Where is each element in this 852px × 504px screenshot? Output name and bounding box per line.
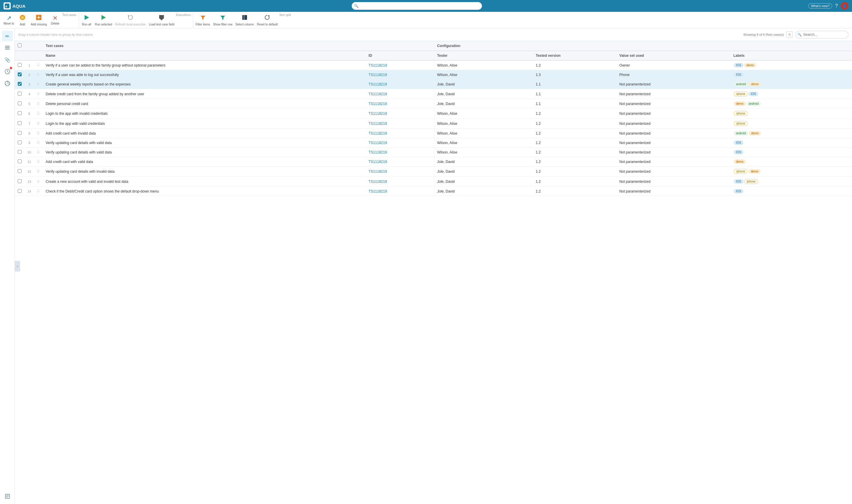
move-to-button[interactable]: ↗ Move to: [2, 14, 15, 26]
row-drag-handle[interactable]: ⠿: [34, 60, 42, 70]
svg-line-22: [7, 72, 8, 72]
col-header-drag: [34, 41, 42, 51]
row-labels: demo: [730, 157, 852, 166]
table-row: 2 ⠿ Verify if a user was able to log out…: [15, 70, 852, 79]
show-filter-row-button[interactable]: Show filter row: [212, 13, 234, 27]
row-id-link[interactable]: TS1118219: [368, 82, 387, 86]
col-header-tested-version[interactable]: Tested version: [533, 51, 617, 60]
run-selected-button[interactable]: Run selected: [94, 13, 113, 27]
row-checkbox[interactable]: [18, 121, 22, 125]
row-checkbox-cell: [15, 60, 24, 70]
row-drag-handle[interactable]: ⠿: [34, 157, 42, 166]
add-button[interactable]: ⊕ Add: [16, 13, 29, 27]
row-drag-handle[interactable]: ⠿: [34, 109, 42, 119]
row-version: 1.2: [533, 157, 617, 166]
row-id[interactable]: TS1118219: [366, 109, 434, 119]
whats-new-button[interactable]: What's new?: [808, 3, 832, 8]
row-value-set: Not paramenterized: [617, 109, 730, 119]
row-id-link[interactable]: TS1118219: [368, 63, 387, 68]
row-id[interactable]: TS1118219: [366, 166, 434, 177]
row-id-link[interactable]: TS1118219: [368, 92, 387, 96]
row-number: 10: [24, 148, 34, 157]
row-id[interactable]: TS1118219: [366, 187, 434, 196]
row-id-link[interactable]: TS1118219: [368, 131, 387, 136]
load-test-case-field-button[interactable]: Load test case field: [148, 13, 176, 27]
row-drag-handle[interactable]: ⠿: [34, 177, 42, 187]
row-checkbox[interactable]: [18, 189, 22, 193]
select-all-checkbox[interactable]: [18, 43, 22, 47]
row-checkbox[interactable]: [18, 72, 22, 76]
row-id-link[interactable]: TS1118219: [368, 111, 387, 116]
row-checkbox[interactable]: [18, 111, 22, 115]
sidebar-item-clock[interactable]: [2, 66, 13, 77]
row-checkbox[interactable]: [18, 63, 22, 67]
row-drag-handle[interactable]: ⠿: [34, 70, 42, 79]
row-checkbox[interactable]: [18, 141, 22, 144]
delete-button[interactable]: ✕ Delete: [49, 14, 61, 26]
avatar[interactable]: 👤: [841, 2, 849, 10]
row-checkbox[interactable]: [18, 102, 22, 105]
row-id[interactable]: TS1118219: [366, 177, 434, 187]
row-checkbox[interactable]: [18, 131, 22, 135]
row-id-link[interactable]: TS1118219: [368, 180, 387, 184]
row-id[interactable]: TS1118219: [366, 70, 434, 79]
sidebar-item-attachment[interactable]: 📎: [2, 54, 13, 65]
table-search-input[interactable]: [795, 31, 849, 38]
row-id[interactable]: TS1118219: [366, 157, 434, 166]
row-checkbox[interactable]: [18, 159, 22, 163]
row-drag-handle[interactable]: ⠿: [34, 99, 42, 109]
col-header-test-cases: Test cases: [42, 41, 434, 51]
refresh-local-execution-button[interactable]: Refresh local execution: [114, 13, 147, 27]
row-id-link[interactable]: TS1118219: [368, 73, 387, 77]
row-id-link[interactable]: TS1118219: [368, 169, 387, 174]
select-column-button[interactable]: Select column: [234, 13, 255, 27]
row-drag-handle[interactable]: ⠿: [34, 89, 42, 99]
reset-to-default-button[interactable]: Reset to default: [256, 13, 279, 27]
filter-items-button[interactable]: Filter items: [194, 13, 211, 27]
global-search-input[interactable]: [352, 2, 482, 10]
run-all-button[interactable]: Run all: [80, 13, 93, 27]
row-id-link[interactable]: TS1118219: [368, 141, 387, 145]
col-header-value-set-used[interactable]: Value set used: [617, 51, 730, 60]
row-id-link[interactable]: TS1118219: [368, 150, 387, 155]
col-header-tester[interactable]: Tester: [434, 51, 533, 60]
row-drag-handle[interactable]: ⠿: [34, 129, 42, 138]
col-header-name[interactable]: Name: [42, 51, 366, 60]
row-drag-handle[interactable]: ⠿: [34, 187, 42, 196]
row-checkbox[interactable]: [18, 150, 22, 154]
row-id[interactable]: TS1118219: [366, 119, 434, 129]
row-id[interactable]: TS1118219: [366, 79, 434, 89]
sidebar-item-list[interactable]: [2, 42, 13, 53]
copy-icon-button[interactable]: ⎘: [786, 31, 793, 38]
row-id[interactable]: TS1118219: [366, 148, 434, 157]
row-checkbox[interactable]: [18, 179, 22, 183]
sidebar-item-edit[interactable]: ✏: [2, 31, 13, 41]
add-missing-button[interactable]: Add missing: [30, 13, 48, 27]
row-id-link[interactable]: TS1118219: [368, 122, 387, 126]
collapse-sidebar-button[interactable]: ‹: [15, 261, 20, 271]
row-id[interactable]: TS1118219: [366, 99, 434, 109]
row-labels: iphone: [730, 109, 852, 119]
row-drag-handle[interactable]: ⠿: [34, 79, 42, 89]
row-labels: demoandroid: [730, 99, 852, 109]
row-drag-handle[interactable]: ⠿: [34, 138, 42, 148]
help-icon[interactable]: ?: [835, 3, 838, 8]
col-header-id[interactable]: ID: [366, 51, 434, 60]
row-checkbox[interactable]: [18, 82, 22, 86]
row-id[interactable]: TS1118219: [366, 60, 434, 70]
row-id[interactable]: TS1118219: [366, 129, 434, 138]
row-id-link[interactable]: TS1118219: [368, 189, 387, 194]
col-header-labels[interactable]: Labels: [730, 51, 852, 60]
row-drag-handle[interactable]: ⠿: [34, 119, 42, 129]
row-checkbox[interactable]: [18, 169, 22, 173]
sidebar-item-chart[interactable]: [2, 78, 13, 89]
row-id-link[interactable]: TS1118219: [368, 160, 387, 164]
row-id[interactable]: TS1118219: [366, 89, 434, 99]
row-id-link[interactable]: TS1118219: [368, 102, 387, 106]
row-id[interactable]: TS1118219: [366, 138, 434, 148]
sidebar-item-note[interactable]: [2, 491, 13, 502]
tag-android: android: [734, 131, 748, 136]
row-drag-handle[interactable]: ⠿: [34, 148, 42, 157]
row-checkbox[interactable]: [18, 92, 22, 95]
row-drag-handle[interactable]: ⠿: [34, 166, 42, 177]
